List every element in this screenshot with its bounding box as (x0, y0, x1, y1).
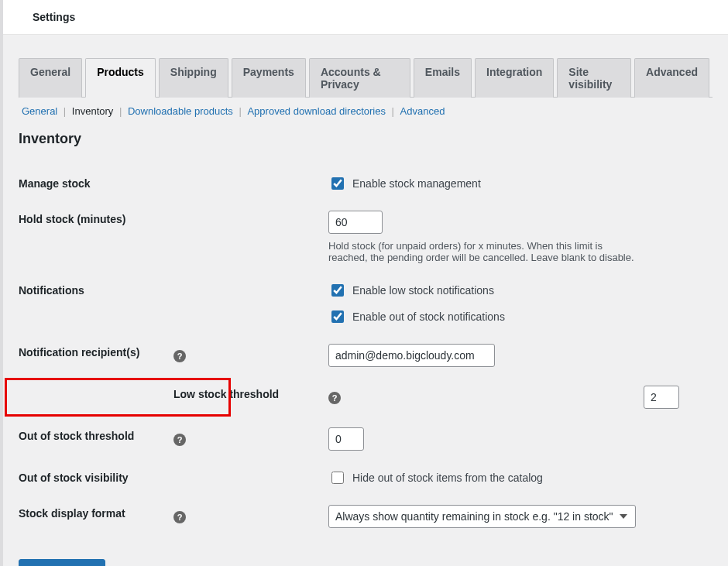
stock-display-select[interactable]: Always show quantity remaining in stock … (328, 505, 636, 528)
tab-shipping[interactable]: Shipping (159, 58, 228, 98)
tab-advanced[interactable]: Advanced (634, 58, 709, 98)
separator: | (236, 105, 245, 117)
oos-visibility-checkbox-label: Hide out of stock items from the catalog (352, 472, 543, 484)
oos-visibility-checkbox[interactable] (331, 472, 344, 484)
low-stock-notif-checkbox[interactable] (331, 284, 344, 297)
subtab-inventory: Inventory (69, 105, 116, 117)
tab-general[interactable]: General (19, 58, 82, 98)
separator: | (116, 105, 125, 117)
hold-stock-input[interactable] (328, 211, 383, 234)
tab-accounts-privacy[interactable]: Accounts & Privacy (309, 58, 410, 98)
subtab-downloadable-products[interactable]: Downloadable products (125, 105, 236, 117)
label-stock-display: Stock display format (19, 496, 173, 537)
tab-payments[interactable]: Payments (232, 58, 306, 98)
subtab-general[interactable]: General (19, 105, 60, 117)
low-stock-notif-label: Enable low stock notifications (352, 284, 494, 297)
section-title: Inventory (19, 131, 713, 147)
subtab-advanced[interactable]: Advanced (397, 105, 448, 117)
hold-stock-description: Hold stock (for unpaid orders) for x min… (328, 240, 636, 263)
separator: | (389, 105, 397, 117)
label-oos-visibility: Out of stock visibility (19, 460, 173, 496)
recipients-input[interactable] (328, 344, 495, 367)
sub-tabs: General | Inventory | Downloadable produ… (19, 105, 713, 117)
label-recipients: Notification recipient(s) (19, 334, 173, 376)
oos-notif-checkbox[interactable] (331, 310, 344, 323)
main-tabs: GeneralProductsShippingPaymentsAccounts … (19, 58, 713, 98)
tab-emails[interactable]: Emails (414, 58, 472, 98)
page-title: Settings (33, 11, 75, 23)
tab-integration[interactable]: Integration (475, 58, 554, 98)
label-oos-threshold: Out of stock threshold (19, 418, 173, 460)
help-icon[interactable]: ? (173, 511, 186, 523)
help-icon[interactable]: ? (328, 392, 341, 404)
subtab-approved-download-directories[interactable]: Approved download directories (244, 105, 389, 117)
separator: | (60, 105, 69, 117)
label-notifications: Notifications (19, 273, 173, 334)
label-hold-stock: Hold stock (minutes) (19, 201, 173, 273)
header-bar: Settings (3, 0, 728, 35)
label-manage-stock: Manage stock (19, 166, 173, 201)
save-button[interactable]: Save changes (19, 559, 105, 566)
oos-notif-label: Enable out of stock notifications (352, 310, 505, 323)
oos-threshold-input[interactable] (328, 427, 364, 451)
low-threshold-input[interactable] (644, 386, 679, 409)
tab-site-visibility[interactable]: Site visibility (557, 58, 631, 98)
tab-products[interactable]: Products (85, 58, 156, 98)
label-low-threshold: Low stock threshold (173, 376, 328, 418)
help-icon[interactable]: ? (173, 434, 186, 446)
manage-stock-checkbox-label: Enable stock management (352, 177, 481, 190)
help-icon[interactable]: ? (173, 350, 186, 362)
manage-stock-checkbox[interactable] (331, 177, 344, 190)
